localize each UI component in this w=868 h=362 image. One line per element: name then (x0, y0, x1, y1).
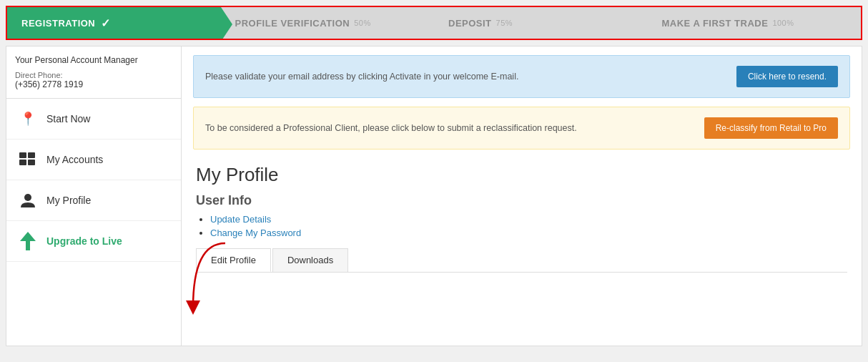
account-manager-title: Your Personal Account Manager (15, 55, 172, 65)
sidebar-item-label: My Accounts (46, 154, 103, 165)
accounts-icon (18, 150, 38, 170)
user-info-title: User Info (196, 193, 847, 208)
profile-section: My Profile User Info Update Details Chan… (182, 158, 862, 278)
account-manager: Your Personal Account Manager Direct Pho… (6, 47, 181, 99)
progress-step-profile: PROFILE VERIFICATION 50% (221, 7, 435, 39)
phone-number: (+356) 2778 1919 (15, 79, 172, 89)
svg-point-4 (24, 194, 31, 201)
step-label: MAKE A FIRST TRADE (662, 18, 769, 29)
svg-rect-0 (19, 152, 26, 158)
pro-alert-text: To be considered a Professional Client, … (205, 123, 704, 133)
step-label: DEPOSIT (448, 18, 492, 29)
reclassify-button[interactable]: Re-classify from Retail to Pro (704, 117, 838, 139)
location-icon: 📍 (18, 109, 38, 129)
profile-tabs: Edit Profile Downloads (196, 248, 847, 273)
step-percent: 75% (496, 19, 513, 27)
svg-marker-5 (20, 232, 36, 250)
user-info-links: Update Details Change My Password (210, 214, 847, 238)
svg-rect-3 (28, 160, 35, 165)
step-label: PROFILE VERIFICATION (235, 18, 350, 29)
sidebar-item-label: Upgrade to Live (46, 235, 122, 247)
sidebar-item-my-profile[interactable]: My Profile (6, 180, 181, 221)
phone-label: Direct Phone: (15, 71, 172, 79)
change-password-link[interactable]: Change My Password (210, 228, 301, 238)
email-alert: Please validate your email address by cl… (193, 55, 850, 98)
progress-bar: REGISTRATION ✓ PROFILE VERIFICATION 50% … (6, 6, 862, 40)
sidebar-item-my-accounts[interactable]: My Accounts (6, 140, 181, 180)
tab-downloads[interactable]: Downloads (272, 248, 348, 272)
check-icon: ✓ (101, 16, 111, 30)
svg-rect-2 (19, 160, 26, 165)
sidebar-item-label: My Profile (46, 195, 91, 206)
update-details-link[interactable]: Update Details (210, 214, 271, 225)
sidebar-item-label: Start Now (46, 113, 90, 124)
change-password-item: Change My Password (210, 228, 847, 238)
upgrade-arrow-icon (18, 231, 38, 251)
pro-alert: To be considered a Professional Client, … (193, 107, 850, 150)
resend-button[interactable]: Click here to resend. (736, 66, 838, 87)
step-percent: 50% (354, 19, 371, 27)
email-alert-text: Please validate your email address by cl… (205, 72, 736, 82)
step-percent: 100% (772, 19, 794, 27)
tab-edit-profile[interactable]: Edit Profile (196, 248, 271, 272)
sidebar-item-start-now[interactable]: 📍 Start Now (6, 99, 181, 140)
sidebar-item-upgrade[interactable]: Upgrade to Live (6, 221, 181, 262)
svg-rect-1 (28, 152, 35, 158)
main-container: Your Personal Account Manager Direct Pho… (6, 46, 862, 346)
sidebar-nav: 📍 Start Now My Accounts (6, 99, 181, 262)
step-label: REGISTRATION (21, 18, 95, 29)
update-details-item: Update Details (210, 214, 847, 225)
progress-step-trade: MAKE A FIRST TRADE 100% (648, 7, 862, 39)
profile-title: My Profile (196, 164, 847, 186)
progress-step-registration: REGISTRATION ✓ (7, 7, 221, 39)
progress-step-deposit: DEPOSIT 75% (434, 7, 648, 39)
profile-icon (18, 190, 38, 210)
sidebar: Your Personal Account Manager Direct Pho… (6, 47, 182, 346)
content-area: Please validate your email address by cl… (182, 47, 862, 346)
